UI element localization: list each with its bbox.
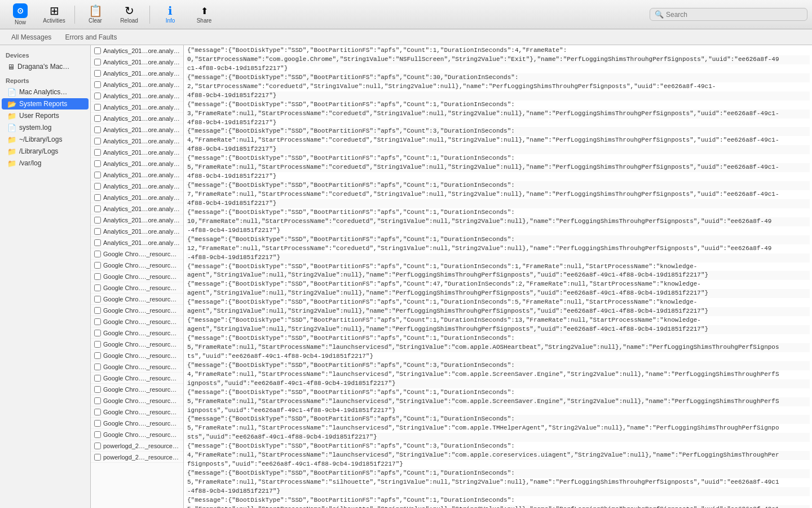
file-row[interactable]: Analytics_201…ore.analytics <box>91 203 183 214</box>
filter-tab-errors[interactable]: Errors and Faults <box>58 32 123 43</box>
file-checkbox[interactable] <box>94 239 101 246</box>
file-row[interactable]: Google Chro…._resource.diag <box>91 305 183 316</box>
file-checkbox[interactable] <box>94 251 101 257</box>
file-checkbox[interactable] <box>94 273 101 280</box>
file-row[interactable]: Analytics_201…ore.analytics <box>91 68 183 79</box>
file-row[interactable]: Google Chro…._resource.diag <box>91 260 183 271</box>
file-checkbox[interactable] <box>94 126 101 133</box>
file-row[interactable]: Google Chro…._resource.diag <box>91 373 183 384</box>
now-label: Now <box>15 19 26 25</box>
file-checkbox[interactable] <box>94 364 101 370</box>
file-row[interactable]: Google Chro…._resource.diag <box>91 271 183 282</box>
search-input[interactable] <box>666 11 802 19</box>
file-name: powerlogd_2…_resource.diag <box>103 443 180 449</box>
file-checkbox[interactable] <box>94 318 101 325</box>
file-row[interactable]: Google Chro…._resource.diag <box>91 282 183 294</box>
file-row[interactable]: Analytics_201…ore.analytics <box>91 192 183 203</box>
filter-tab-all[interactable]: All Messages <box>5 32 58 43</box>
file-checkbox[interactable] <box>94 420 101 427</box>
share-button[interactable]: ⬆ Share <box>188 2 220 27</box>
file-checkbox[interactable] <box>94 59 101 65</box>
file-row[interactable]: Analytics_201…ore.analytics <box>91 102 183 113</box>
file-checkbox[interactable] <box>94 172 101 178</box>
file-row[interactable]: Analytics_201…ore.analytics <box>91 56 183 68</box>
file-checkbox[interactable] <box>94 307 101 314</box>
file-name: Analytics_201…ore.analytics <box>103 93 180 99</box>
sidebar-item-draganas-mac[interactable]: 🖥 Dragana's Mac… <box>2 61 89 72</box>
file-checkbox[interactable] <box>94 284 101 291</box>
file-row[interactable]: Analytics_201…ore.analytics <box>91 237 183 248</box>
sidebar: Devices 🖥 Dragana's Mac… Reports 📄 Mac A… <box>0 45 91 508</box>
file-row[interactable]: Google Chro…._resource.diag <box>91 294 183 305</box>
reload-button[interactable]: ↻ Reload <box>113 2 145 27</box>
file-row[interactable]: Google Chro…._resource.diag <box>91 361 183 373</box>
file-row[interactable]: Google Chro…._resource.diag <box>91 384 183 395</box>
file-checkbox[interactable] <box>94 81 101 88</box>
file-checkbox[interactable] <box>94 228 101 235</box>
file-checkbox[interactable] <box>94 217 101 224</box>
file-row[interactable]: Analytics_201…ore.analytics <box>91 113 183 124</box>
file-row[interactable]: Analytics_201…ore.analytics <box>91 158 183 169</box>
file-row[interactable]: Google Chro…._resource.diag <box>91 395 183 406</box>
file-row[interactable]: Google Chro…._resource.diag <box>91 316 183 327</box>
file-checkbox[interactable] <box>94 454 101 461</box>
sidebar-item-var-log[interactable]: 📁 /var/log <box>2 157 89 169</box>
log-content-area[interactable]: {"message":{"BootDiskType":"SSD","BootPa… <box>184 45 812 508</box>
file-checkbox[interactable] <box>94 138 101 144</box>
file-row[interactable]: Google Chro…._resource.diag <box>91 418 183 429</box>
file-row[interactable]: Analytics_201…ore.analytics <box>91 214 183 226</box>
sidebar-item-library-logs[interactable]: 📁 /Library/Logs <box>2 146 89 157</box>
info-label: Info <box>166 17 175 24</box>
clear-button[interactable]: 📋 Clear <box>80 2 111 27</box>
file-checkbox[interactable] <box>94 205 101 212</box>
file-row[interactable]: Analytics_201…ore.analytics <box>91 79 183 90</box>
file-checkbox[interactable] <box>94 93 101 99</box>
toolbar: ⊙ Now ⊞ Activities 📋 Clear ↻ Reload ℹ In… <box>0 0 812 29</box>
file-checkbox[interactable] <box>94 397 101 404</box>
file-row[interactable]: powerlogd_2…_resource.diag <box>91 452 183 463</box>
activities-button[interactable]: ⊞ Activities <box>38 2 70 27</box>
info-button[interactable]: ℹ Info <box>155 2 186 27</box>
file-row[interactable]: Google Chro…._resource.diag <box>91 350 183 361</box>
file-checkbox[interactable] <box>94 296 101 303</box>
file-checkbox[interactable] <box>94 386 101 393</box>
file-row[interactable]: Google Chro…._resource.diag <box>91 339 183 350</box>
file-row[interactable]: Analytics_201…ore.analytics <box>91 226 183 237</box>
log-line: 12,"FrameRate":null,"StartProcessName":"… <box>186 244 810 253</box>
file-checkbox[interactable] <box>94 194 101 201</box>
file-checkbox[interactable] <box>94 183 101 190</box>
file-row[interactable]: Analytics_201…ore.analytics <box>91 45 183 56</box>
file-row[interactable]: Google Chro…._resource.diag <box>91 327 183 339</box>
file-checkbox[interactable] <box>94 115 101 122</box>
file-row[interactable]: Analytics_201…ore.analytics <box>91 90 183 102</box>
file-row[interactable]: Google Chro…._resource.diag <box>91 429 183 440</box>
file-checkbox[interactable] <box>94 352 101 359</box>
file-row[interactable]: Analytics_201…ore.analytics <box>91 169 183 181</box>
file-row[interactable]: Analytics_201…ore.analytics <box>91 135 183 147</box>
file-row[interactable]: Analytics_201…ore.analytics <box>91 181 183 192</box>
sidebar-item-user-reports[interactable]: 📁 User Reports <box>2 110 89 121</box>
sidebar-item-system-reports[interactable]: 📂 System Reports <box>2 98 89 110</box>
sidebar-item-library-logs-tilde[interactable]: 📁 ~/Library/Logs <box>2 134 89 145</box>
sidebar-item-system-log[interactable]: 📄 system.log <box>2 122 89 133</box>
file-row[interactable]: powerlogd_2…_resource.diag <box>91 440 183 452</box>
file-checkbox[interactable] <box>94 149 101 156</box>
log-line: 4f88-9cb4-19d1851f2217"} <box>186 145 810 154</box>
file-checkbox[interactable] <box>94 160 101 167</box>
file-checkbox[interactable] <box>94 70 101 77</box>
file-checkbox[interactable] <box>94 431 101 438</box>
file-checkbox[interactable] <box>94 409 101 415</box>
file-row[interactable]: Analytics_201…ore.analytics <box>91 124 183 135</box>
sidebar-item-mac-analytics[interactable]: 📄 Mac Analytics… <box>2 86 89 98</box>
file-checkbox[interactable] <box>94 443 101 449</box>
file-checkbox[interactable] <box>94 262 101 269</box>
file-row[interactable]: Google Chro…._resource.diag <box>91 406 183 418</box>
now-button[interactable]: ⊙ Now <box>5 2 36 27</box>
file-row[interactable]: Analytics_201…ore.analytics <box>91 147 183 158</box>
file-checkbox[interactable] <box>94 330 101 336</box>
file-checkbox[interactable] <box>94 341 101 348</box>
file-checkbox[interactable] <box>94 104 101 111</box>
file-checkbox[interactable] <box>94 47 101 54</box>
file-row[interactable]: Google Chro…._resource.diag <box>91 248 183 260</box>
file-checkbox[interactable] <box>94 375 101 382</box>
